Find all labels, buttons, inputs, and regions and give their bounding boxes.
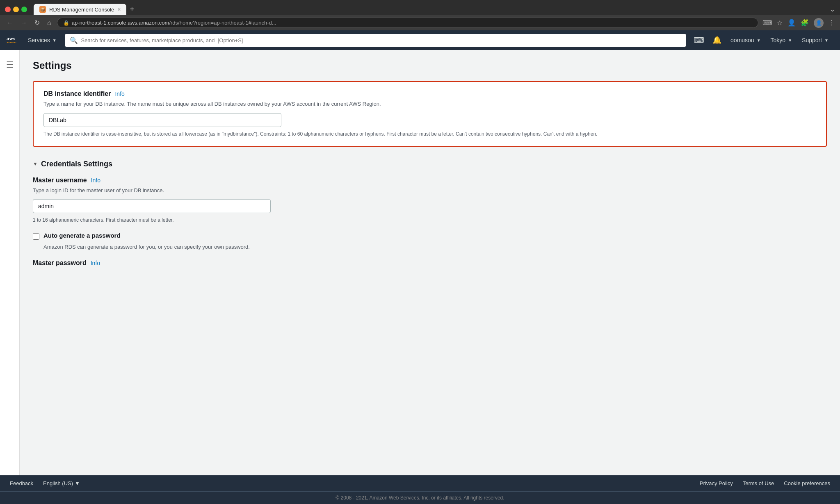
nav-services[interactable]: Services ▼ <box>23 30 62 50</box>
terms-of-use-link[interactable]: Terms of Use <box>743 480 774 486</box>
extensions-icon[interactable]: 🧩 <box>801 19 809 27</box>
region-label: Tokyo <box>771 37 786 43</box>
master-password-label: Master password Info <box>33 259 827 267</box>
credentials-arrow[interactable]: ▼ <box>33 161 38 167</box>
notifications-icon[interactable]: 🔔 <box>708 30 726 50</box>
footer-bar: Feedback English (US) ▼ Privacy Policy T… <box>0 475 840 491</box>
content-area: Settings DB instance identifier Info Typ… <box>20 50 840 475</box>
db-identifier-label-text: DB instance identifier <box>43 90 111 98</box>
master-username-label: Master username Info <box>33 177 827 184</box>
master-username-field: Master username Info Type a login ID for… <box>33 177 827 224</box>
window-controls[interactable]: ⌄ <box>830 5 835 13</box>
copyright-text: © 2008 - 2021, Amazon Web Services, Inc.… <box>336 495 504 501</box>
nav-region[interactable]: Tokyo ▼ <box>766 30 797 50</box>
copyright-bar: © 2008 - 2021, Amazon Web Services, Inc.… <box>0 491 840 504</box>
credentials-section: ▼ Credentials Settings Master username I… <box>33 160 827 267</box>
db-identifier-hint: The DB instance identifier is case-insen… <box>43 130 816 138</box>
profile-icon[interactable]: 👤 <box>788 19 796 27</box>
language-chevron: ▼ <box>75 480 80 486</box>
master-password-label-text: Master password <box>33 259 87 267</box>
sidebar-menu-toggle[interactable]: ☰ <box>3 57 17 73</box>
search-icon: 🔍 <box>70 36 78 44</box>
refresh-button[interactable]: ↻ <box>33 18 41 27</box>
master-username-label-text: Master username <box>33 177 87 184</box>
db-identifier-description: Type a name for your DB instance. The na… <box>43 100 816 108</box>
tab-bar: 📦 RDS Management Console × + <box>34 3 826 15</box>
auto-generate-label: Auto generate a password <box>43 232 121 239</box>
terminal-icon[interactable]: ⌨ <box>762 19 772 27</box>
support-chevron: ▼ <box>824 38 829 43</box>
master-password-field: Master password Info <box>33 259 827 267</box>
auto-generate-field: Auto generate a password Amazon RDS can … <box>33 232 827 251</box>
language-label: English (US) <box>43 480 73 486</box>
cookie-preferences-link[interactable]: Cookie preferences <box>784 480 830 486</box>
support-label: Support <box>802 37 822 43</box>
user-label: oomusou <box>730 37 754 43</box>
terminal-nav-icon[interactable]: ⌨ <box>689 30 708 50</box>
url-bar[interactable]: 🔒 ap-northeast-1.console.aws.amazon.com/… <box>57 18 758 28</box>
forward-button[interactable]: → <box>19 18 29 27</box>
region-chevron: ▼ <box>788 38 792 43</box>
services-chevron: ▼ <box>52 38 57 43</box>
address-bar: ← → ↻ ⌂ 🔒 ap-northeast-1.console.aws.ama… <box>0 15 840 30</box>
privacy-policy-link[interactable]: Privacy Policy <box>700 480 733 486</box>
auto-generate-description: Amazon RDS can generate a password for y… <box>43 243 827 251</box>
master-username-description: Type a login ID for the master user of y… <box>33 186 827 195</box>
traffic-light-yellow[interactable] <box>13 7 19 12</box>
master-username-hint: 1 to 16 alphanumeric characters. First c… <box>33 216 827 224</box>
user-avatar[interactable]: 👤 <box>814 18 824 28</box>
nav-support[interactable]: Support ▼ <box>797 30 833 50</box>
url-domain: ap-northeast-1.console.aws.amazon.com/rd… <box>72 20 276 26</box>
master-username-input[interactable] <box>33 199 271 213</box>
tab-close-button[interactable]: × <box>117 6 121 13</box>
traffic-light-red[interactable] <box>5 7 11 12</box>
back-button[interactable]: ← <box>5 18 15 27</box>
credentials-title: Credentials Settings <box>41 160 112 168</box>
home-button[interactable]: ⌂ <box>46 18 53 27</box>
tab-favicon: 📦 <box>39 6 46 13</box>
db-identifier-section: DB instance identifier Info Type a name … <box>33 81 827 147</box>
db-identifier-info-link[interactable]: Info <box>115 91 124 97</box>
footer-right: Privacy Policy Terms of Use Cookie prefe… <box>700 480 830 486</box>
main-wrapper: ☰ Settings DB instance identifier Info T… <box>0 50 840 475</box>
master-username-info-link[interactable]: Info <box>91 177 100 184</box>
services-label: Services <box>28 37 50 43</box>
search-input[interactable] <box>81 37 681 43</box>
user-chevron: ▼ <box>757 38 761 43</box>
toolbar-icons: ⌨ ☆ 👤 🧩 👤 ⋮ <box>762 18 835 28</box>
auto-generate-row: Auto generate a password <box>33 232 827 240</box>
bookmark-icon[interactable]: ☆ <box>777 19 783 27</box>
master-password-info-link[interactable]: Info <box>91 260 100 266</box>
aws-logo: aws 〜〜〜 <box>7 36 16 45</box>
nav-user[interactable]: oomusou ▼ <box>726 30 766 50</box>
language-selector[interactable]: English (US) ▼ <box>43 480 80 486</box>
db-identifier-input[interactable] <box>43 113 281 127</box>
sidebar: ☰ <box>0 50 20 475</box>
db-identifier-label: DB instance identifier Info <box>43 90 816 98</box>
global-search-bar[interactable]: 🔍 <box>65 34 686 47</box>
tab-title: RDS Management Console <box>49 7 114 13</box>
active-tab[interactable]: 📦 RDS Management Console × <box>34 4 126 15</box>
lock-icon: 🔒 <box>63 20 69 26</box>
new-tab-button[interactable]: + <box>126 3 137 15</box>
browser-chrome: 📦 RDS Management Console × + ⌄ <box>0 0 840 15</box>
credentials-section-header: ▼ Credentials Settings <box>33 160 827 168</box>
traffic-lights <box>5 7 27 12</box>
feedback-link[interactable]: Feedback <box>10 480 33 486</box>
aws-nav: aws 〜〜〜 Services ▼ 🔍 ⌨ 🔔 oomusou ▼ Tokyo… <box>0 30 840 50</box>
page-title: Settings <box>33 60 827 71</box>
auto-generate-checkbox[interactable] <box>33 233 39 240</box>
menu-icon[interactable]: ⋮ <box>829 19 835 27</box>
traffic-light-green[interactable] <box>21 7 27 12</box>
